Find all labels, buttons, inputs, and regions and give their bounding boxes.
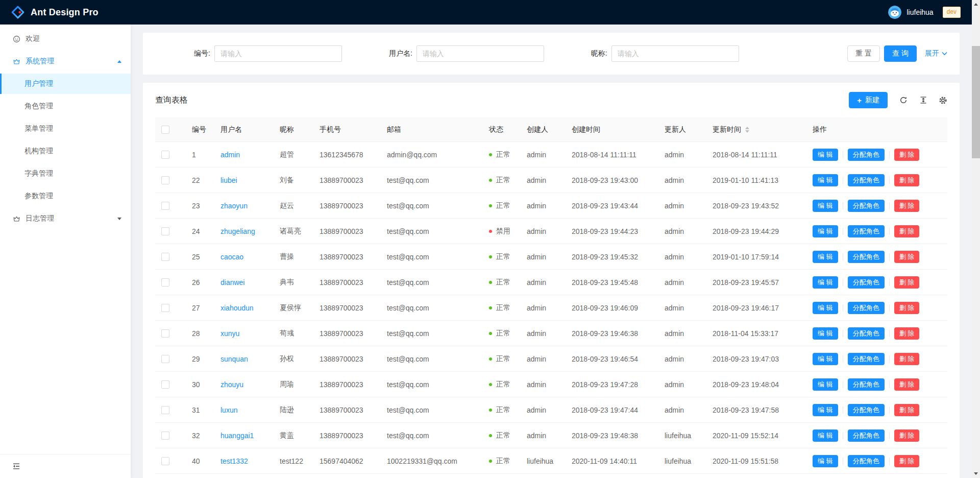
scroll-down-arrow[interactable] <box>972 469 980 478</box>
sidebar-item-welcome[interactable]: 欢迎 <box>0 29 131 49</box>
settings-gear-icon[interactable] <box>939 96 947 105</box>
id-input[interactable] <box>214 45 342 62</box>
sidebar-item-dict-mgmt[interactable]: 字典管理 <box>0 163 131 184</box>
divider <box>889 253 890 260</box>
edit-button[interactable]: 编 辑 <box>813 378 838 391</box>
username-link[interactable]: zhouyu <box>220 380 243 389</box>
sidebar-item-user-mgmt[interactable]: 用户管理 <box>0 74 131 94</box>
user-menu[interactable]: liufeihua dev <box>888 6 980 19</box>
edit-button[interactable]: 编 辑 <box>813 353 838 365</box>
search-button[interactable]: 查 询 <box>884 45 917 62</box>
assign-role-button[interactable]: 分配角色 <box>848 200 885 212</box>
edit-button[interactable]: 编 辑 <box>813 251 838 263</box>
sidebar-submenu-system[interactable]: 系统管理 <box>0 51 131 71</box>
scroll-up-arrow[interactable] <box>972 0 980 9</box>
assign-role-button[interactable]: 分配角色 <box>848 149 885 161</box>
logo[interactable]: Ant Design Pro <box>11 6 99 19</box>
username-link[interactable]: xunyu <box>220 329 239 338</box>
table-row: 27 xiahoudun 夏侯惇 13889700023 test@qq.com… <box>155 295 947 321</box>
row-checkbox[interactable] <box>161 355 169 363</box>
cell-updated: 2020-11-09 15:52:14 <box>706 423 806 448</box>
divider <box>889 432 890 439</box>
row-checkbox[interactable] <box>161 457 169 465</box>
row-checkbox[interactable] <box>161 380 169 389</box>
assign-role-button[interactable]: 分配角色 <box>848 353 885 365</box>
username-link[interactable]: dianwei <box>220 278 244 286</box>
edit-button[interactable]: 编 辑 <box>813 455 838 467</box>
username-link[interactable]: caocao <box>220 253 243 261</box>
sidebar-item-role-mgmt[interactable]: 角色管理 <box>0 96 131 116</box>
assign-role-button[interactable]: 分配角色 <box>848 327 885 340</box>
expand-toggle[interactable]: 展开 <box>925 49 947 58</box>
assign-role-button[interactable]: 分配角色 <box>848 378 885 391</box>
row-checkbox[interactable] <box>161 176 169 184</box>
edit-button[interactable]: 编 辑 <box>813 429 838 442</box>
username-link[interactable]: xiahoudun <box>220 304 254 312</box>
row-checkbox[interactable] <box>161 227 169 235</box>
row-checkbox[interactable] <box>161 406 169 414</box>
nickname-input[interactable] <box>611 45 739 62</box>
edit-button[interactable]: 编 辑 <box>813 225 838 237</box>
edit-button[interactable]: 编 辑 <box>813 276 838 289</box>
assign-role-button[interactable]: 分配角色 <box>848 429 885 442</box>
cell-updater: admin <box>658 346 706 372</box>
delete-button[interactable]: 删 除 <box>894 404 920 416</box>
assign-role-button[interactable]: 分配角色 <box>848 455 885 467</box>
delete-button[interactable]: 删 除 <box>894 378 920 391</box>
cell-email: test@qq.com <box>381 321 483 346</box>
username-link[interactable]: zhugeliang <box>220 227 255 235</box>
assign-role-button[interactable]: 分配角色 <box>848 225 885 237</box>
delete-button[interactable]: 删 除 <box>894 455 920 467</box>
cell-nickname: 刘备 <box>274 168 313 193</box>
edit-button[interactable]: 编 辑 <box>813 149 838 161</box>
username-link[interactable]: liubei <box>220 176 237 184</box>
row-checkbox[interactable] <box>161 304 169 312</box>
new-button[interactable]: + 新建 <box>849 92 888 108</box>
row-checkbox[interactable] <box>161 432 169 440</box>
delete-button[interactable]: 删 除 <box>894 149 920 161</box>
username-link[interactable]: sunquan <box>220 355 248 363</box>
col-header-updated[interactable]: 更新时间 <box>706 117 806 142</box>
edit-button[interactable]: 编 辑 <box>813 174 838 186</box>
username-link[interactable]: admin <box>220 151 240 159</box>
delete-button[interactable]: 删 除 <box>894 429 920 442</box>
sorter-icon[interactable] <box>745 127 749 133</box>
row-checkbox[interactable] <box>161 329 169 338</box>
delete-button[interactable]: 删 除 <box>894 225 920 237</box>
edit-button[interactable]: 编 辑 <box>813 200 838 212</box>
username-link[interactable]: huanggai1 <box>220 432 254 440</box>
edit-button[interactable]: 编 辑 <box>813 327 838 340</box>
delete-button[interactable]: 删 除 <box>894 302 920 314</box>
row-checkbox[interactable] <box>161 278 169 286</box>
username-input[interactable] <box>416 45 544 62</box>
sidebar-item-param-mgmt[interactable]: 参数管理 <box>0 186 131 206</box>
assign-role-button[interactable]: 分配角色 <box>848 251 885 263</box>
assign-role-button[interactable]: 分配角色 <box>848 276 885 289</box>
sidebar-submenu-log[interactable]: 日志管理 <box>0 208 131 229</box>
row-checkbox[interactable] <box>161 202 169 210</box>
row-checkbox[interactable] <box>161 253 169 261</box>
username-link[interactable]: zhaoyun <box>220 202 248 210</box>
delete-button[interactable]: 删 除 <box>894 353 920 365</box>
assign-role-button[interactable]: 分配角色 <box>848 174 885 186</box>
assign-role-button[interactable]: 分配角色 <box>848 302 885 314</box>
column-height-icon[interactable] <box>919 96 927 105</box>
sidebar-item-menu-mgmt[interactable]: 菜单管理 <box>0 118 131 139</box>
reload-icon[interactable] <box>899 96 908 105</box>
username-link[interactable]: luxun <box>220 406 237 414</box>
delete-button[interactable]: 删 除 <box>894 200 920 212</box>
reset-button[interactable]: 重 置 <box>847 45 880 62</box>
row-checkbox[interactable] <box>161 151 169 159</box>
assign-role-button[interactable]: 分配角色 <box>848 404 885 416</box>
delete-button[interactable]: 删 除 <box>894 174 920 186</box>
menu-fold-icon[interactable] <box>12 462 20 470</box>
scrollbar-thumb[interactable] <box>972 46 980 158</box>
edit-button[interactable]: 编 辑 <box>813 302 838 314</box>
delete-button[interactable]: 删 除 <box>894 276 920 289</box>
select-all-checkbox[interactable] <box>161 126 169 134</box>
delete-button[interactable]: 删 除 <box>894 251 920 263</box>
sidebar-item-org-mgmt[interactable]: 机构管理 <box>0 141 131 161</box>
username-link[interactable]: test1332 <box>220 457 248 465</box>
delete-button[interactable]: 删 除 <box>894 327 920 340</box>
edit-button[interactable]: 编 辑 <box>813 404 838 416</box>
